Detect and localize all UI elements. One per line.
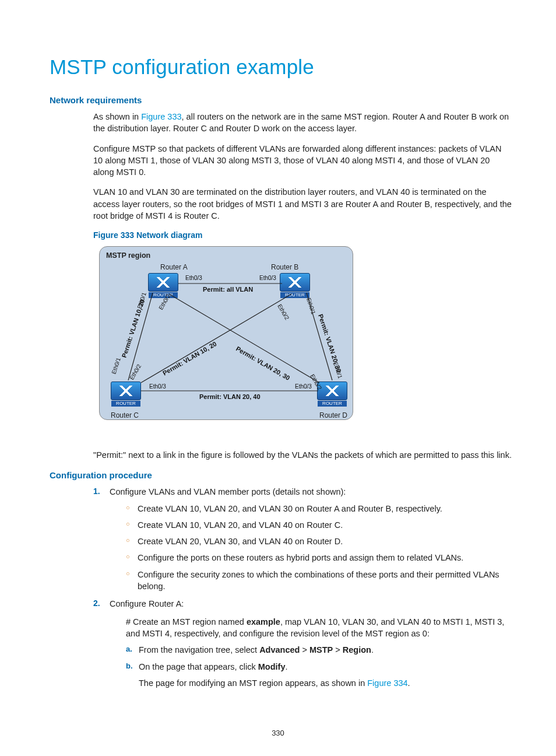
permit-1020-label: Permit: VLAN 10, 20 xyxy=(120,298,146,358)
text: # Create an MST region named xyxy=(126,617,247,626)
procedure-list: 1. Configure VLANs and VLAN member ports… xyxy=(93,486,512,689)
nav-advanced: Advanced xyxy=(259,645,300,654)
heading-configuration-procedure: Configuration procedure xyxy=(50,469,512,481)
text: As shown in xyxy=(93,112,141,121)
step-1: 1. Configure VLANs and VLAN member ports… xyxy=(93,486,512,592)
step-text: Configure Router A: xyxy=(110,599,184,608)
diagram-links: Eth0/3 Eth0/3 Permit: all VLAN Eth0/3 Et… xyxy=(99,246,352,419)
separator: > xyxy=(333,645,343,654)
list-item: Configure the ports on these routers as … xyxy=(126,552,512,564)
eth03-label: Eth0/3 xyxy=(259,275,276,281)
permit-1020-label: Permit: VLAN 10, 20 xyxy=(161,340,218,377)
svg-line-4 xyxy=(169,294,319,383)
page-title: MSTP configuration example xyxy=(50,52,512,81)
heading-network-requirements: Network requirements xyxy=(50,94,512,106)
nav-region: Region xyxy=(343,645,371,654)
permit-2040-label: Permit: VLAN 20, 40 xyxy=(199,393,261,400)
eth03-label: Eth0/3 xyxy=(149,383,166,390)
step-text: Configure VLANs and VLAN member ports (d… xyxy=(110,487,346,496)
permit-all-label: Permit: all VLAN xyxy=(203,286,253,293)
step-2: 2. Configure Router A: # Create an MST r… xyxy=(93,598,512,689)
text: . xyxy=(408,678,410,688)
eth01-label: Eth0/1 xyxy=(110,356,122,374)
text: The page for modifying an MST region app… xyxy=(139,678,367,688)
para-root-bridges: VLAN 10 and VLAN 30 are terminated on th… xyxy=(93,186,512,222)
para-permit-explain: "Permit:" next to a link in the figure i… xyxy=(93,449,512,461)
substep-letter: b. xyxy=(126,661,133,671)
eth02-label: Eth0/2 xyxy=(157,293,171,311)
network-diagram: MSTP region Router A Router B ROUTER ROU… xyxy=(93,246,358,439)
permit-2030-label: Permit: VLAN 20, 30 xyxy=(317,313,343,373)
step-number: 2. xyxy=(93,598,100,610)
substep-b: b. On the page that appears, click Modif… xyxy=(126,661,512,690)
step-1-bullets: Create VLAN 10, VLAN 20, and VLAN 30 on … xyxy=(126,503,512,593)
list-item: Create VLAN 10, VLAN 20, and VLAN 30 on … xyxy=(126,503,512,514)
separator: > xyxy=(300,645,309,654)
para-config-goal: Configure MSTP so that packets of differ… xyxy=(93,143,512,178)
step-2-substeps: a. From the navigation tree, select Adva… xyxy=(126,644,512,689)
eth03-label: Eth0/3 xyxy=(295,383,312,390)
figure-333-link[interactable]: Figure 333 xyxy=(141,112,181,121)
step-number: 1. xyxy=(93,486,100,498)
text: From the navigation tree, select xyxy=(139,645,259,654)
text: . xyxy=(371,645,374,654)
substep-b-line2: The page for modifying an MST region app… xyxy=(139,677,512,689)
eth02-label: Eth0/2 xyxy=(276,303,290,321)
list-item: Create VLAN 10, VLAN 20, and VLAN 40 on … xyxy=(126,519,512,531)
page-number: 330 xyxy=(0,728,556,738)
figure-caption: Figure 333 Network diagram xyxy=(93,230,512,242)
permit-2030-label: Permit: VLAN 20, 30 xyxy=(235,345,291,382)
text: On the page that appears, click xyxy=(139,662,258,671)
figure-334-link[interactable]: Figure 334 xyxy=(367,678,407,688)
nav-mstp: MSTP xyxy=(309,645,333,654)
text: . xyxy=(285,662,287,671)
eth01-label: Eth0/1 xyxy=(305,297,317,315)
substep-letter: a. xyxy=(126,644,132,654)
list-item: Configure the security zones to which th… xyxy=(126,569,512,593)
substep-a: a. From the navigation tree, select Adva… xyxy=(126,644,512,656)
para-intro: As shown in Figure 333, all routers on t… xyxy=(93,111,512,135)
step-2-desc: # Create an MST region named example, ma… xyxy=(126,616,512,640)
modify-button-ref: Modify xyxy=(258,662,286,671)
list-item: Create VLAN 20, VLAN 30, and VLAN 40 on … xyxy=(126,536,512,547)
eth03-label: Eth0/3 xyxy=(185,275,202,281)
example-region-name: example xyxy=(247,617,280,626)
